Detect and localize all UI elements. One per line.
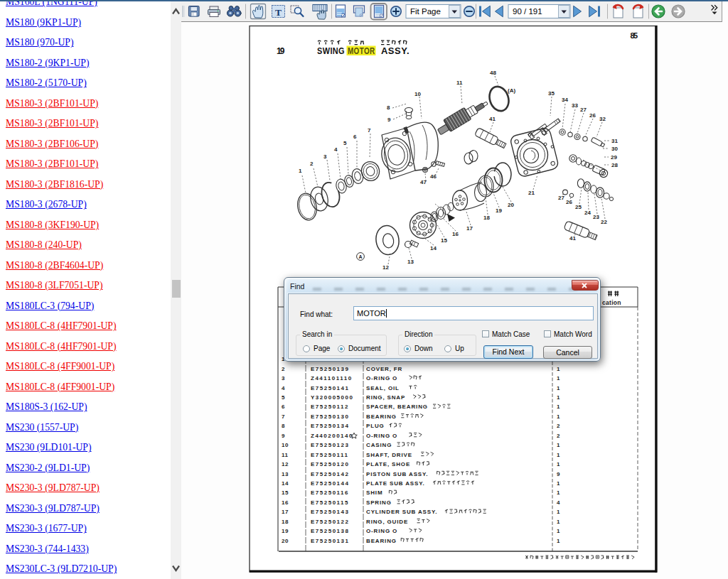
svg-text:1: 1	[557, 375, 560, 382]
svg-text:23: 23	[593, 214, 599, 220]
svg-text:E75250122: E75250122	[311, 519, 349, 525]
svg-text:SHAFT, DRIVE: SHAFT, DRIVE	[366, 452, 412, 458]
svg-text:1: 1	[299, 168, 302, 174]
svg-text:SEAL, OIL: SEAL, OIL	[366, 385, 400, 391]
svg-text:90 / 191: 90 / 191	[513, 7, 542, 16]
svg-text:8: 8	[282, 423, 285, 429]
svg-text:ASSY.: ASSY.	[381, 45, 410, 56]
svg-text:26: 26	[566, 199, 572, 205]
svg-text:1: 1	[557, 404, 560, 410]
svg-text:1: 1	[557, 489, 560, 496]
svg-text:7: 7	[368, 127, 371, 134]
svg-text:E75250120: E75250120	[311, 461, 349, 467]
svg-text:9: 9	[387, 117, 391, 123]
svg-text:35: 35	[548, 90, 555, 97]
svg-text:T: T	[275, 7, 282, 18]
svg-text:11: 11	[282, 452, 289, 458]
svg-text:30: 30	[611, 146, 618, 152]
svg-text:E75250139: E75250139	[311, 366, 349, 372]
svg-text:14: 14	[430, 245, 437, 251]
svg-text:19: 19	[277, 46, 285, 56]
svg-text:PISTON SUB ASSY.: PISTON SUB ASSY.	[366, 471, 428, 477]
svg-text:12: 12	[382, 264, 389, 271]
svg-text:5: 5	[343, 140, 347, 146]
svg-text:22: 22	[601, 219, 607, 225]
svg-text:41: 41	[569, 235, 576, 242]
svg-text:Y320005000: Y320005000	[311, 394, 353, 401]
svg-text:1: 1	[557, 461, 560, 467]
svg-text:4: 4	[557, 499, 560, 506]
svg-text:E75250116: E75250116	[311, 489, 349, 496]
svg-text:E75250130: E75250130	[311, 413, 349, 420]
svg-text:18: 18	[282, 519, 289, 525]
svg-text:CYLINDER SUB ASSY.: CYLINDER SUB ASSY.	[366, 509, 437, 515]
svg-text:2: 2	[557, 433, 560, 439]
svg-text:1: 1	[557, 528, 560, 534]
svg-text:1: 1	[557, 413, 560, 420]
svg-text:1: 1	[557, 509, 560, 515]
svg-text:2: 2	[310, 161, 314, 167]
svg-text:E75250143: E75250143	[311, 509, 349, 515]
svg-text:E75250134: E75250134	[311, 423, 349, 429]
svg-text:16: 16	[282, 499, 289, 506]
svg-text:3: 3	[323, 153, 327, 160]
svg-text:4: 4	[334, 146, 338, 153]
svg-text:COVER, FR: COVER, FR	[366, 366, 402, 372]
svg-text:14: 14	[282, 480, 289, 487]
svg-text:18: 18	[483, 215, 490, 221]
svg-text:PLATE SUB ASSY.: PLATE SUB ASSY.	[366, 480, 425, 487]
svg-text:21: 21	[528, 190, 535, 196]
svg-text:PLATE, SHOE: PLATE, SHOE	[366, 461, 410, 467]
svg-text:E75250123: E75250123	[311, 442, 349, 448]
svg-text:17: 17	[282, 509, 289, 515]
svg-text:1: 1	[557, 538, 560, 544]
svg-text:12: 12	[282, 461, 289, 467]
svg-text:11: 11	[456, 80, 463, 86]
svg-text:BEARING: BEARING	[366, 538, 397, 544]
svg-text:SHIM: SHIM	[366, 489, 382, 496]
svg-text:Z441101110: Z441101110	[311, 375, 353, 382]
svg-text:13: 13	[407, 259, 414, 265]
svg-text:Fit Page: Fit Page	[410, 7, 441, 16]
svg-text:32: 32	[599, 116, 606, 122]
svg-text:E75250141: E75250141	[311, 385, 349, 391]
svg-text:SWING: SWING	[317, 45, 345, 56]
svg-text:20: 20	[282, 538, 289, 544]
svg-text:(A): (A)	[508, 87, 515, 94]
svg-text:E75250112: E75250112	[311, 404, 349, 410]
svg-text:5: 5	[282, 394, 285, 401]
svg-text:4: 4	[282, 385, 285, 391]
svg-text:1: 1	[557, 366, 560, 372]
svg-text:10: 10	[414, 91, 421, 97]
svg-text:E75250131: E75250131	[311, 538, 349, 544]
svg-text:47: 47	[420, 179, 427, 185]
svg-text:E75250111: E75250111	[311, 452, 349, 458]
svg-text:1: 1	[557, 442, 560, 448]
svg-text:RING, SNAP: RING, SNAP	[366, 394, 405, 401]
svg-text:O-RING O: O-RING O	[366, 433, 397, 439]
svg-text:RING, GUIDE: RING, GUIDE	[366, 519, 408, 525]
svg-text:1: 1	[557, 519, 560, 525]
svg-text:9: 9	[282, 433, 285, 439]
svg-text:41: 41	[489, 116, 496, 122]
svg-text:24: 24	[584, 210, 591, 216]
svg-text:MOTOR: MOTOR	[348, 45, 375, 56]
svg-text:13: 13	[282, 471, 289, 477]
svg-text:6: 6	[282, 404, 285, 410]
svg-text:48: 48	[490, 70, 496, 76]
svg-text:BEARING: BEARING	[366, 413, 397, 420]
svg-text:E75250115: E75250115	[311, 499, 349, 506]
svg-text:7: 7	[282, 413, 285, 420]
svg-text:26: 26	[589, 112, 596, 119]
svg-text:A: A	[359, 254, 363, 259]
svg-text:19: 19	[282, 528, 289, 534]
svg-text:16: 16	[452, 231, 459, 237]
svg-text:27: 27	[580, 107, 587, 113]
svg-text:19: 19	[496, 207, 502, 214]
svg-text:33: 33	[572, 102, 578, 109]
svg-text:8: 8	[387, 104, 390, 111]
svg-text:10: 10	[282, 442, 289, 448]
svg-text:E75250142: E75250142	[311, 471, 349, 477]
svg-text:27: 27	[558, 195, 564, 201]
svg-text:1: 1	[557, 385, 560, 391]
